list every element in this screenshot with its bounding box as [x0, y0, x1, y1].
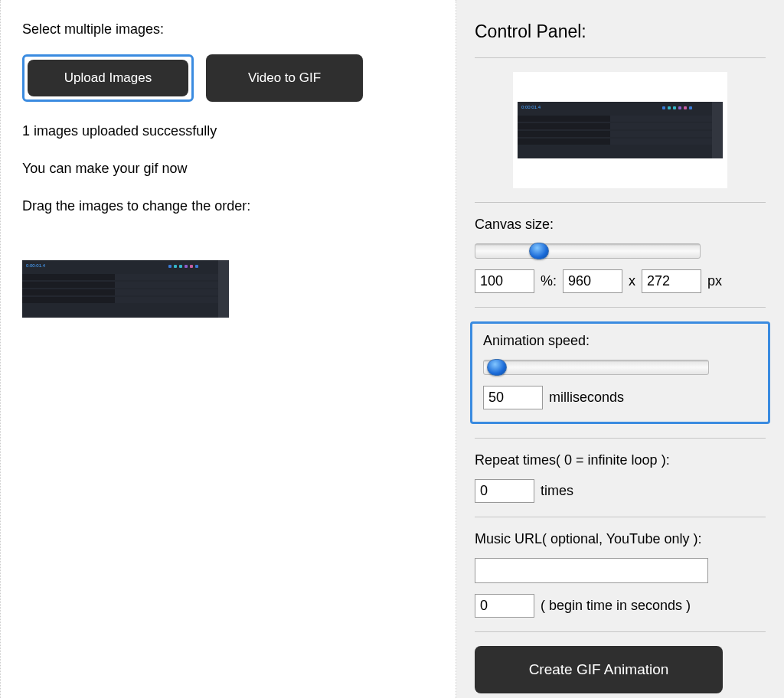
- canvas-size-section: Canvas size: %: x px: [475, 217, 766, 293]
- canvas-size-slider[interactable]: [475, 243, 701, 259]
- select-images-label: Select multiple images:: [22, 21, 434, 38]
- make-gif-text: You can make your gif now: [22, 161, 434, 177]
- animation-speed-section: Animation speed: milliseconds: [470, 321, 770, 424]
- music-url-section: Music URL( optional, YouTube only ): ( b…: [475, 531, 766, 618]
- times-label: times: [541, 483, 573, 499]
- canvas-x-separator: x: [629, 273, 635, 289]
- repeat-times-section: Repeat times( 0 = infinite loop ): times: [475, 452, 766, 503]
- milliseconds-label: milliseconds: [549, 390, 624, 406]
- button-row: Upload Images Video to GIF: [22, 54, 434, 102]
- divider: [475, 517, 766, 517]
- canvas-size-label: Canvas size:: [475, 217, 766, 233]
- music-begin-time-input[interactable]: [475, 594, 534, 618]
- divider: [475, 438, 766, 439]
- canvas-unit-label: px: [707, 273, 722, 289]
- divider: [475, 307, 766, 308]
- uploaded-image-thumbnail[interactable]: 0:00:01.4: [22, 260, 229, 318]
- slider-thumb-icon[interactable]: [529, 243, 549, 259]
- begin-time-label: ( begin time in seconds ): [541, 598, 691, 614]
- left-panel: Select multiple images: Upload Images Vi…: [0, 0, 456, 698]
- canvas-height-input[interactable]: [642, 269, 701, 293]
- repeat-times-inputs: times: [475, 479, 766, 503]
- repeat-times-label: Repeat times( 0 = infinite loop ):: [475, 452, 766, 468]
- drag-order-text: Drag the images to change the order:: [22, 198, 434, 214]
- video-to-gif-button[interactable]: Video to GIF: [206, 54, 363, 102]
- canvas-width-input[interactable]: [563, 269, 622, 293]
- animation-speed-inputs: milliseconds: [483, 386, 757, 409]
- animation-speed-label: Animation speed:: [483, 333, 757, 349]
- music-url-label: Music URL( optional, YouTube only ):: [475, 531, 766, 547]
- divider: [475, 202, 766, 203]
- thumbnail-area: 0:00:01.4: [22, 260, 434, 318]
- animation-speed-input[interactable]: [483, 386, 543, 409]
- music-url-input[interactable]: [475, 558, 708, 583]
- percent-suffix: %:: [541, 273, 557, 289]
- animation-speed-slider[interactable]: [483, 360, 709, 375]
- preview-thumbnail: 0:00:01.4: [518, 102, 723, 158]
- repeat-times-input[interactable]: [475, 479, 534, 503]
- control-panel: Control Panel: 0:00:01.4 Canvas size: %:…: [456, 0, 784, 698]
- upload-status-text: 1 images uploaded successfully: [22, 123, 434, 139]
- create-gif-animation-button[interactable]: Create GIF Animation: [475, 646, 723, 693]
- divider: [475, 631, 766, 632]
- upload-highlight-box: Upload Images: [22, 54, 194, 102]
- slider-thumb-icon[interactable]: [487, 359, 507, 376]
- divider: [475, 57, 766, 58]
- canvas-size-inputs: %: x px: [475, 269, 766, 293]
- upload-images-button[interactable]: Upload Images: [28, 60, 188, 96]
- canvas-percent-input[interactable]: [475, 269, 534, 293]
- preview-box: 0:00:01.4: [513, 72, 727, 188]
- music-begin-inputs: ( begin time in seconds ): [475, 594, 766, 618]
- control-panel-title: Control Panel:: [475, 21, 766, 42]
